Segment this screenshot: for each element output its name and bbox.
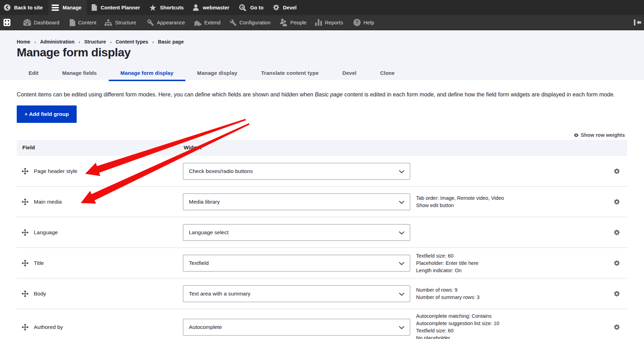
svg-text:?: ? [355, 19, 359, 25]
